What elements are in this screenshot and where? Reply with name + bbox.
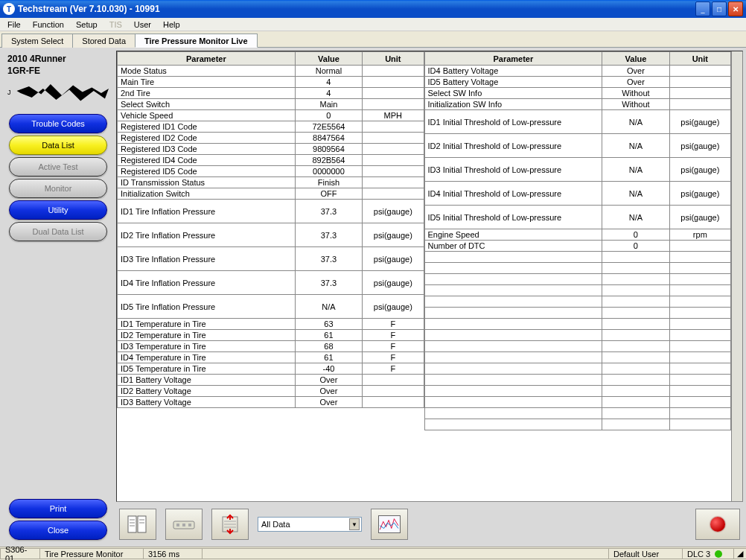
bottom-toolbar: All Data ▼ <box>116 502 743 544</box>
table-row[interactable]: Vehicle Speed0MPH <box>118 110 424 121</box>
table-row[interactable]: ID4 Initial Threshold of Low-pressureN/A… <box>424 182 731 206</box>
table-row[interactable]: ID1 Temperature in Tire63F <box>118 319 424 330</box>
minimize-button[interactable]: _ <box>695 1 710 16</box>
cell-unit: F <box>363 341 424 352</box>
table-row[interactable]: ID2 Tire Inflation Pressure37.3psi(gauge… <box>118 223 424 247</box>
cell-param: ID5 Initial Threshold of Low-pressure <box>424 206 602 229</box>
menu-tis[interactable]: TIS <box>103 19 128 30</box>
close-button[interactable]: ✕ <box>728 1 743 16</box>
maximize-button[interactable]: □ <box>712 1 727 16</box>
table-row[interactable] <box>424 408 731 419</box>
sidebar-trouble-codes[interactable]: Trouble Codes <box>9 114 107 133</box>
table-row[interactable]: 2nd Tire4 <box>118 88 424 99</box>
table-row[interactable]: ID3 Initial Threshold of Low-pressureN/A… <box>424 158 731 182</box>
cell-value: Without <box>602 99 670 110</box>
table-row[interactable]: ID5 Temperature in Tire-40F <box>118 363 424 375</box>
menu-user[interactable]: User <box>128 19 157 30</box>
cell-unit: psi(gauge) <box>669 206 730 229</box>
col-value[interactable]: Value <box>602 52 670 66</box>
table-row[interactable] <box>424 397 731 408</box>
menu-function[interactable]: Function <box>27 19 70 30</box>
sidebar-utility[interactable]: Utility <box>9 200 107 220</box>
list-view-button[interactable] <box>119 509 156 540</box>
table-row[interactable] <box>424 375 731 386</box>
table-row[interactable]: ID2 Temperature in Tire61F <box>118 330 424 341</box>
expand-view-button[interactable] <box>211 509 249 540</box>
sidebar-close[interactable]: Close <box>9 521 107 540</box>
sidebar-active-test[interactable]: Active Test <box>9 157 107 176</box>
status-spacer <box>202 548 609 559</box>
vertical-scrollbar[interactable] <box>731 51 742 501</box>
table-row[interactable] <box>424 363 731 375</box>
col-parameter[interactable]: Parameter <box>424 52 602 66</box>
table-row[interactable]: Select SwitchMain <box>118 99 424 110</box>
table-row[interactable]: Registered ID5 Code0000000 <box>118 166 424 177</box>
content-area: Parameter Value Unit Mode StatusNormalMa… <box>116 51 743 544</box>
table-row[interactable]: Select SW InfoWithout <box>424 88 731 99</box>
sidebar-dual-data-list[interactable]: Dual Data List <box>9 222 107 241</box>
table-row[interactable]: ID1 Initial Threshold of Low-pressureN/A… <box>424 110 731 134</box>
connector-view-button[interactable] <box>165 509 203 540</box>
table-row[interactable] <box>424 386 731 397</box>
col-unit[interactable]: Unit <box>363 52 424 66</box>
table-row[interactable]: ID3 Temperature in Tire68F <box>118 341 424 352</box>
table-row[interactable]: ID5 Initial Threshold of Low-pressureN/A… <box>424 206 731 229</box>
table-row[interactable] <box>424 285 731 296</box>
table-row[interactable]: ID5 Tire Inflation PressureN/Apsi(gauge) <box>118 295 424 319</box>
parameter-table-left[interactable]: Parameter Value Unit Mode StatusNormalMa… <box>117 51 424 408</box>
table-row[interactable]: Registered ID2 Code8847564 <box>118 133 424 144</box>
table-row[interactable]: Registered ID3 Code9809564 <box>118 144 424 155</box>
table-row[interactable]: Number of DTC0 <box>424 241 731 252</box>
table-row[interactable]: Registered ID4 Code892B564 <box>118 155 424 166</box>
table-row[interactable] <box>424 419 731 430</box>
cell-unit <box>363 166 424 177</box>
table-row[interactable] <box>424 274 731 285</box>
table-row[interactable]: ID3 Battery VoltageOver <box>118 397 424 408</box>
col-value[interactable]: Value <box>295 52 363 66</box>
tab-stored-data[interactable]: Stored Data <box>72 34 136 48</box>
table-row[interactable]: Mode StatusNormal <box>118 66 424 77</box>
table-row[interactable]: Engine Speed0rpm <box>424 229 731 241</box>
table-row[interactable]: ID4 Temperature in Tire61F <box>118 352 424 363</box>
table-row[interactable] <box>424 252 731 263</box>
menu-file[interactable]: File <box>1 19 27 30</box>
col-unit[interactable]: Unit <box>669 52 730 66</box>
cell-value: 37.3 <box>295 271 363 295</box>
table-row[interactable]: Initialization SwitchOFF <box>118 188 424 200</box>
table-row[interactable] <box>424 308 731 319</box>
table-row[interactable]: ID2 Initial Threshold of Low-pressureN/A… <box>424 134 731 158</box>
data-filter-select[interactable]: All Data ▼ <box>258 517 362 532</box>
graph-view-button[interactable] <box>371 509 408 540</box>
tab-tire-pressure-monitor-live[interactable]: Tire Pressure Monitor Live <box>135 34 258 48</box>
table-row[interactable]: ID4 Battery VoltageOver <box>424 66 731 77</box>
table-row[interactable]: ID Transmission StatusFinish <box>118 177 424 188</box>
status-latency: 3156 ms <box>143 548 203 559</box>
resize-grip[interactable]: ◢ <box>733 548 746 559</box>
col-parameter[interactable]: Parameter <box>118 52 296 66</box>
menu-help[interactable]: Help <box>157 19 186 30</box>
cell-value: 72E5564 <box>295 121 363 133</box>
record-button[interactable] <box>695 509 740 540</box>
table-row[interactable] <box>424 352 731 363</box>
table-row[interactable] <box>424 319 731 330</box>
table-row[interactable]: ID5 Battery VoltageOver <box>424 77 731 88</box>
sidebar-print[interactable]: Print <box>9 499 107 518</box>
cell-unit: MPH <box>363 110 424 121</box>
sidebar-monitor[interactable]: Monitor <box>9 179 107 198</box>
table-row[interactable]: ID3 Tire Inflation Pressure37.3psi(gauge… <box>118 247 424 271</box>
table-row[interactable]: ID1 Battery VoltageOver <box>118 375 424 386</box>
sidebar-data-list[interactable]: Data List <box>9 136 107 155</box>
table-row[interactable]: Registered ID1 Code72E5564 <box>118 121 424 133</box>
table-row[interactable]: Initialization SW InfoWithout <box>424 99 731 110</box>
table-row[interactable]: ID2 Battery VoltageOver <box>118 386 424 397</box>
table-row[interactable] <box>424 330 731 341</box>
table-row[interactable]: ID1 Tire Inflation Pressure37.3psi(gauge… <box>118 200 424 223</box>
tab-system-select[interactable]: System Select <box>1 34 73 48</box>
table-row[interactable] <box>424 263 731 274</box>
parameter-table-right[interactable]: Parameter Value Unit ID4 Battery Voltage… <box>424 51 732 430</box>
table-row[interactable] <box>424 296 731 308</box>
menu-setup[interactable]: Setup <box>70 19 103 30</box>
table-row[interactable]: ID4 Tire Inflation Pressure37.3psi(gauge… <box>118 271 424 295</box>
table-row[interactable] <box>424 341 731 352</box>
table-row[interactable]: Main Tire4 <box>118 77 424 88</box>
